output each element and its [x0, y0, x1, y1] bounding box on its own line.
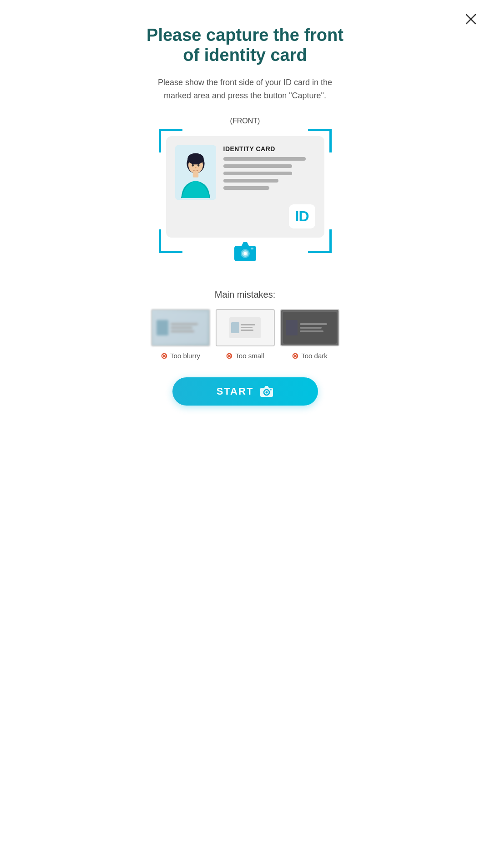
small-card [229, 317, 261, 339]
error-icon-small: ⊗ [226, 351, 232, 361]
svg-point-12 [243, 252, 247, 255]
mistake-item-blurry: ⊗ Too blurry [151, 309, 210, 361]
dark-photo [286, 320, 298, 335]
svg-point-7 [195, 167, 197, 168]
svg-rect-8 [192, 173, 198, 178]
mistake-text-dark: Too dark [301, 352, 328, 360]
d-line2 [300, 327, 322, 329]
blurry-lines [171, 323, 205, 332]
error-icon-dark: ⊗ [292, 351, 298, 361]
page-subtitle: Please show the front side of your ID ca… [150, 76, 341, 102]
mistake-img-blurry [151, 309, 210, 346]
mistake-label-small: ⊗ Too small [226, 351, 264, 361]
id-line-1 [223, 157, 306, 161]
s-line1 [241, 324, 255, 325]
page-content: Please capture the front of identity car… [123, 0, 368, 424]
mistakes-title: Main mistakes: [150, 289, 341, 300]
b-line2 [171, 327, 193, 329]
dark-lines [300, 323, 334, 332]
mistake-img-small [216, 309, 275, 346]
corner-br [308, 229, 332, 253]
mistake-label-blurry: ⊗ Too blurry [161, 351, 200, 361]
blurry-photo [157, 320, 168, 335]
id-card-bottom: ID [175, 204, 315, 228]
s-line3 [241, 330, 253, 331]
mistake-label-dark: ⊗ Too dark [292, 351, 328, 361]
svg-point-5 [192, 164, 193, 166]
mistake-item-small: ⊗ Too small [216, 309, 275, 361]
mistake-img-dark [280, 309, 339, 346]
svg-point-6 [197, 164, 199, 166]
svg-rect-13 [251, 248, 253, 249]
corner-tl [159, 129, 182, 152]
start-camera-icon [260, 386, 273, 397]
corner-bl [159, 229, 182, 253]
b-line1 [171, 323, 198, 325]
d-line3 [300, 330, 324, 332]
mistake-text-blurry: Too blurry [170, 352, 200, 360]
id-line-4 [223, 179, 278, 183]
person-illustration [177, 150, 214, 200]
id-line-3 [223, 172, 293, 175]
error-icon-blurry: ⊗ [161, 351, 167, 361]
page-title: Please capture the front of identity car… [141, 25, 350, 65]
id-badge: ID [289, 204, 315, 228]
corner-tr [308, 129, 332, 152]
mistakes-section: Main mistakes: ⊗ Too blurr [150, 289, 341, 361]
camera-icon-container [166, 241, 324, 262]
id-card-title: IDENTITY CARD [223, 145, 315, 152]
id-photo-area [175, 145, 216, 200]
svg-point-16 [266, 391, 268, 393]
dark-card [283, 312, 337, 344]
start-button-label: START [217, 386, 254, 397]
mistake-item-dark: ⊗ Too dark [280, 309, 339, 361]
frame-container: IDENTITY CARD ID [159, 129, 332, 271]
svg-point-4 [187, 153, 204, 164]
id-line-5 [223, 186, 269, 190]
small-lines [241, 324, 259, 331]
small-photo [231, 322, 239, 333]
blurry-card [154, 312, 207, 344]
s-line2 [241, 327, 253, 328]
id-card-illustration: IDENTITY CARD ID [166, 136, 324, 238]
camera-icon [233, 241, 257, 262]
capture-area: (FRONT) [159, 117, 332, 271]
mistakes-grid: ⊗ Too blurry ⊗ [150, 309, 341, 361]
id-line-2 [223, 164, 293, 168]
b-line3 [171, 330, 195, 332]
mistake-text-small: Too small [235, 352, 264, 360]
id-badge-text: ID [295, 208, 309, 225]
svg-rect-17 [270, 389, 272, 391]
id-card-inner: IDENTITY CARD [175, 145, 315, 200]
start-button[interactable]: START [172, 377, 318, 406]
front-label: (FRONT) [159, 117, 332, 125]
d-line1 [300, 323, 327, 325]
id-info-area: IDENTITY CARD [223, 145, 315, 200]
